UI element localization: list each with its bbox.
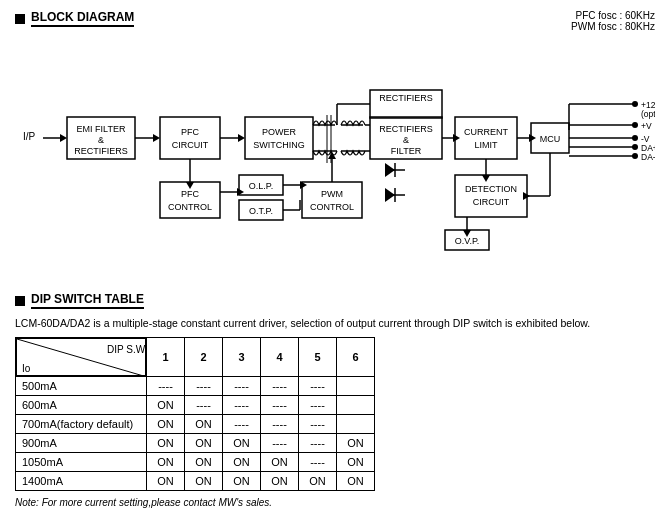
svg-marker-88 bbox=[385, 163, 395, 177]
svg-rect-59 bbox=[455, 175, 527, 217]
svg-text:O.V.P.: O.V.P. bbox=[455, 236, 480, 246]
svg-text:CONTROL: CONTROL bbox=[168, 202, 212, 212]
dip-value-cell: ---- bbox=[299, 396, 337, 415]
dip-col-5: 5 bbox=[299, 338, 337, 377]
svg-marker-41 bbox=[529, 134, 536, 142]
block-diagram-header: BLOCK DIAGRAM bbox=[15, 10, 655, 27]
svg-text:PFC: PFC bbox=[181, 127, 200, 137]
svg-text:SWITCHING: SWITCHING bbox=[253, 140, 305, 150]
dip-value-cell: ON bbox=[261, 472, 299, 491]
svg-point-54 bbox=[632, 144, 638, 150]
dip-value-cell: ON bbox=[185, 415, 223, 434]
dip-note: Note: For more current setting,please co… bbox=[15, 497, 655, 508]
dip-switch-title: DIP SWITCH TABLE bbox=[31, 292, 144, 309]
svg-text:RECTIFIERS: RECTIFIERS bbox=[74, 146, 128, 156]
dip-value-cell: ON bbox=[185, 434, 223, 453]
svg-text:DETECTION: DETECTION bbox=[465, 184, 517, 194]
dip-value-cell: ---- bbox=[261, 415, 299, 434]
svg-marker-13 bbox=[238, 134, 245, 142]
header-square bbox=[15, 14, 25, 24]
dip-table: DIP S.W. Io 1 2 3 4 5 6 500mA-----------… bbox=[15, 337, 375, 491]
svg-text:RECTIFIERS: RECTIFIERS bbox=[379, 93, 433, 103]
svg-text:O.L.P.: O.L.P. bbox=[249, 181, 273, 191]
svg-text:POWER: POWER bbox=[262, 127, 297, 137]
svg-text:LIMIT: LIMIT bbox=[474, 140, 498, 150]
dip-value-cell: ON bbox=[185, 472, 223, 491]
dip-value-cell: ON bbox=[337, 453, 375, 472]
dip-value-cell: ON bbox=[223, 434, 261, 453]
dip-value-cell: ON bbox=[223, 453, 261, 472]
svg-point-57 bbox=[632, 153, 638, 159]
svg-text:+V: +V bbox=[641, 121, 652, 131]
svg-text:MCU: MCU bbox=[540, 134, 561, 144]
svg-text:CONTROL: CONTROL bbox=[310, 202, 354, 212]
svg-rect-74 bbox=[302, 182, 362, 218]
dip-value-cell: ON bbox=[147, 453, 185, 472]
dip-value-cell: ON bbox=[147, 472, 185, 491]
dip-value-cell: ---- bbox=[299, 377, 337, 396]
svg-marker-86 bbox=[328, 152, 336, 159]
svg-text:CIRCUIT: CIRCUIT bbox=[473, 197, 510, 207]
svg-text:CURRENT: CURRENT bbox=[464, 127, 509, 137]
block-diagram-svg: I/P EMI FILTER & RECTIFIERS PFC CIRCUIT … bbox=[15, 35, 655, 270]
table-row: 500mA-------------------- bbox=[16, 377, 375, 396]
svg-text:CIRCUIT: CIRCUIT bbox=[172, 140, 209, 150]
svg-marker-84 bbox=[186, 182, 194, 189]
svg-text:DA-: DA- bbox=[641, 152, 655, 162]
dip-value-cell bbox=[337, 377, 375, 396]
svg-marker-37 bbox=[453, 134, 460, 142]
dip-value-cell: ---- bbox=[299, 415, 337, 434]
dip-value-cell: ON bbox=[147, 434, 185, 453]
dip-switch-header: DIP SWITCH TABLE bbox=[15, 292, 655, 309]
svg-text:I/P: I/P bbox=[23, 131, 36, 142]
svg-rect-9 bbox=[160, 117, 220, 159]
table-row: 600mAON---------------- bbox=[16, 396, 375, 415]
svg-text:FILTER: FILTER bbox=[391, 146, 422, 156]
dip-value-cell bbox=[337, 415, 375, 434]
dip-value-cell bbox=[337, 396, 375, 415]
dip-value-cell: ---- bbox=[261, 396, 299, 415]
current-cell: 600mA bbox=[16, 396, 147, 415]
dip-description: LCM-60DA/DA2 is a multiple-stage constan… bbox=[15, 317, 655, 329]
current-cell: 1050mA bbox=[16, 453, 147, 472]
svg-point-44 bbox=[632, 101, 638, 107]
dip-value-cell: ---- bbox=[299, 453, 337, 472]
svg-marker-2 bbox=[60, 134, 67, 142]
dip-value-cell: ON bbox=[223, 472, 261, 491]
svg-marker-8 bbox=[153, 134, 160, 142]
dip-col-3: 3 bbox=[223, 338, 261, 377]
svg-text:(optional): (optional) bbox=[641, 109, 655, 119]
dip-value-cell: ---- bbox=[147, 377, 185, 396]
svg-text:PWM: PWM bbox=[321, 189, 343, 199]
dip-table-corner-cell: DIP S.W. Io bbox=[16, 338, 147, 377]
dip-value-cell: ON bbox=[337, 472, 375, 491]
current-cell: 700mA(factory default) bbox=[16, 415, 147, 434]
svg-text:RECTIFIERS: RECTIFIERS bbox=[379, 124, 433, 134]
dip-value-cell: ON bbox=[147, 415, 185, 434]
svg-rect-14 bbox=[245, 117, 313, 159]
header-square-dip bbox=[15, 296, 25, 306]
svg-text:&: & bbox=[98, 135, 104, 145]
svg-rect-33 bbox=[455, 117, 517, 159]
dip-value-cell: ON bbox=[261, 453, 299, 472]
current-cell: 900mA bbox=[16, 434, 147, 453]
table-row: 1400mAONONONONONON bbox=[16, 472, 375, 491]
svg-text:DIP S.W.: DIP S.W. bbox=[107, 344, 146, 355]
svg-text:O.T.P.: O.T.P. bbox=[249, 206, 273, 216]
svg-text:Io: Io bbox=[22, 363, 31, 374]
dip-value-cell: ---- bbox=[261, 377, 299, 396]
dip-switch-section: DIP SWITCH TABLE LCM-60DA/DA2 is a multi… bbox=[15, 292, 655, 508]
block-diagram-title: BLOCK DIAGRAM bbox=[31, 10, 134, 27]
svg-point-51 bbox=[632, 135, 638, 141]
svg-marker-63 bbox=[482, 175, 490, 182]
dip-value-cell: ---- bbox=[223, 377, 261, 396]
dip-col-1: 1 bbox=[147, 338, 185, 377]
dip-corner-header: DIP S.W. Io bbox=[16, 338, 146, 376]
dip-value-cell: ---- bbox=[299, 434, 337, 453]
svg-marker-91 bbox=[385, 188, 395, 202]
block-diagram-section: BLOCK DIAGRAM PFC fosc : 60KHz PWM fosc … bbox=[15, 10, 655, 272]
dip-value-cell: ---- bbox=[185, 396, 223, 415]
dip-value-cell: ON bbox=[299, 472, 337, 491]
svg-point-48 bbox=[632, 122, 638, 128]
svg-text:&: & bbox=[403, 135, 409, 145]
